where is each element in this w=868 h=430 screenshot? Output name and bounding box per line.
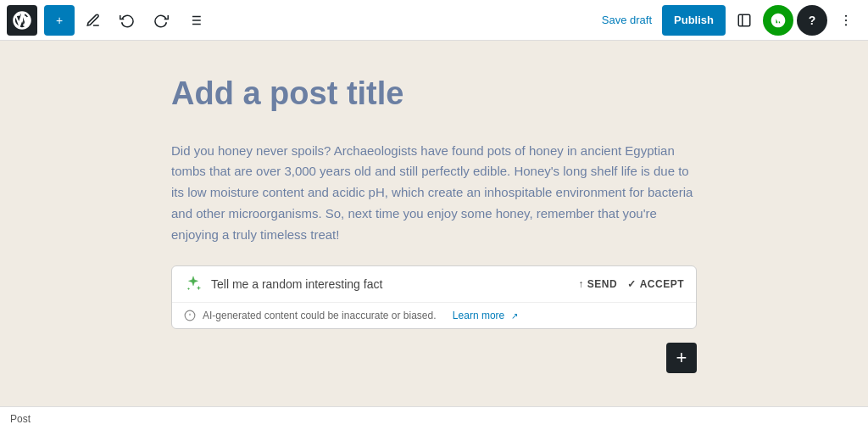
toolbar-right: Save draft Publish ? [595, 5, 861, 36]
view-icon [737, 13, 752, 28]
disclaimer-text: AI-generated content could be inaccurate… [203, 310, 437, 321]
more-options-button[interactable] [831, 5, 861, 36]
svg-rect-6 [738, 14, 750, 26]
tools-icon [86, 13, 101, 28]
publish-button[interactable]: Publish [662, 5, 726, 36]
add-block-row: + [171, 343, 697, 373]
add-block-toolbar-button[interactable]: + [44, 5, 75, 36]
ai-disclaimer: AI-generated content could be inaccurate… [172, 302, 696, 328]
save-draft-button[interactable]: Save draft [595, 8, 659, 31]
undo-icon [120, 13, 135, 28]
ai-accept-button[interactable]: ✓ ACCEPT [627, 278, 684, 290]
ai-prompt-text[interactable]: Tell me a random interesting fact [211, 277, 570, 291]
help-button[interactable]: ? [797, 5, 827, 36]
tools-button[interactable] [78, 5, 108, 36]
send-label: SEND [587, 278, 617, 290]
status-bar: Post [0, 406, 868, 430]
svg-point-8 [845, 14, 847, 16]
external-link-icon: ↗ [511, 311, 518, 321]
list-view-icon [187, 13, 203, 28]
jetpack-icon [770, 12, 787, 29]
ai-prompt-input-row: Tell me a random interesting fact ↑ SEND… [172, 266, 696, 302]
undo-button[interactable] [112, 5, 142, 36]
list-view-button[interactable] [180, 5, 210, 36]
add-icon: + [676, 349, 687, 367]
editor-content: Add a post title Did you honey never spo… [171, 75, 697, 372]
ai-send-button[interactable]: ↑ SEND [578, 278, 617, 290]
jetpack-button[interactable] [763, 5, 793, 36]
svg-point-10 [845, 24, 847, 25]
accept-label: ACCEPT [640, 278, 684, 290]
ai-prompt-actions: ↑ SEND ✓ ACCEPT [578, 278, 684, 290]
toolbar: + Save draft Publish ? [0, 0, 868, 41]
info-icon [184, 310, 196, 321]
view-button[interactable] [729, 5, 760, 36]
redo-button[interactable] [146, 5, 176, 36]
redo-icon [153, 13, 169, 28]
more-options-icon [838, 13, 854, 28]
post-body[interactable]: Did you honey never spoils? Archaeologis… [171, 141, 697, 246]
ai-prompt-box: Tell me a random interesting fact ↑ SEND… [171, 265, 697, 329]
accept-icon: ✓ [627, 278, 637, 290]
add-block-button[interactable]: + [666, 343, 697, 373]
svg-point-9 [845, 19, 847, 20]
wp-logo-button[interactable] [7, 5, 37, 36]
post-title[interactable]: Add a post title [171, 75, 697, 114]
editor-area: Add a post title Did you honey never spo… [0, 41, 868, 406]
ai-sparkle-icon [184, 275, 203, 293]
post-type-label: Post [10, 413, 31, 425]
send-icon: ↑ [578, 278, 584, 290]
help-label: ? [809, 14, 816, 27]
learn-more-link[interactable]: Learn more [453, 310, 504, 321]
